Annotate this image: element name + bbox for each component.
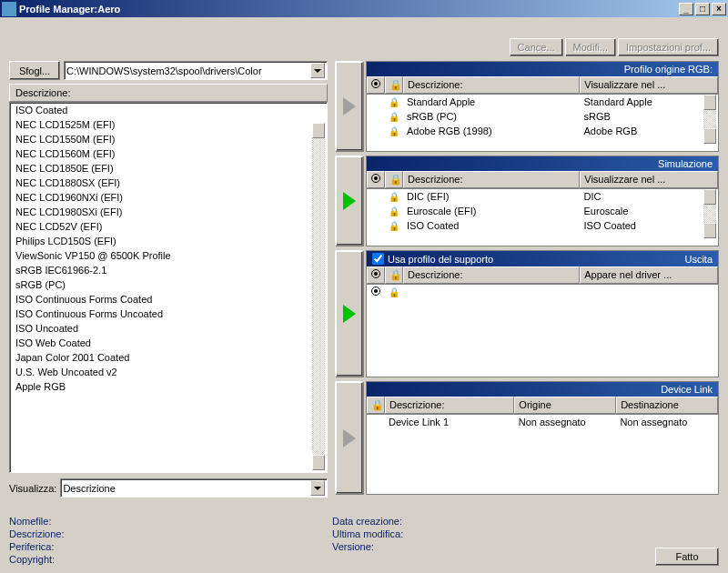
use-support-profile-checkbox[interactable]: [372, 253, 384, 265]
table-row[interactable]: 🔒ISO CoatedISO Coated: [367, 218, 718, 233]
list-item[interactable]: ViewSonic VP150 @ 6500K Profile: [10, 248, 327, 263]
desc-header[interactable]: Descrizione:: [403, 76, 580, 94]
table-row[interactable]: 🔒Adobe RGB (1998)Adobe RGB: [367, 124, 718, 138]
arrow-right-icon: [343, 429, 356, 447]
rgb-section-title: Profilo origine RGB:: [367, 62, 718, 76]
footer: Nomefile: Descrizione: Periferica: Copyr…: [9, 515, 719, 566]
list-item[interactable]: NEC LCD1550M (EFI): [10, 132, 327, 146]
desc-label: Descrizione:: [9, 528, 332, 540]
output-section-title: Usa profilo del supporto Uscita: [367, 251, 718, 266]
desc-header[interactable]: Descrizione:: [403, 171, 580, 188]
list-item[interactable]: NEC LCD1960NXi (EFI): [10, 190, 327, 205]
lock-icon: 🔒: [385, 126, 403, 137]
list-item[interactable]: NEC LCD1980SXi (EFI): [10, 205, 327, 219]
list-item[interactable]: NEC LCD1850E (EFI): [10, 161, 327, 176]
list-item[interactable]: Apple RGB: [10, 379, 327, 394]
target-icon: [371, 269, 380, 278]
checkbox-label: Usa profilo del supporto: [388, 254, 684, 265]
dest-header[interactable]: Destinazione: [616, 397, 718, 414]
modified-label: Ultima modifica:: [332, 528, 655, 540]
titlebar: Profile Manager:Aero _ □ ×: [0, 0, 728, 17]
chevron-down-icon[interactable]: [310, 480, 325, 496]
list-item[interactable]: ISO Uncoated: [10, 321, 327, 336]
desc-header[interactable]: Descrizione:: [403, 266, 580, 284]
target-icon: [371, 286, 380, 296]
list-item[interactable]: ISO Web Coated: [10, 336, 327, 350]
filename-label: Nomefile:: [9, 515, 332, 528]
lock-header: 🔒: [367, 397, 385, 414]
chevron-down-icon[interactable]: [310, 63, 325, 78]
window-title: Profile Manager:Aero: [19, 4, 679, 15]
lock-icon: 🔒: [385, 111, 403, 123]
view-value: Descrizione: [63, 483, 310, 494]
lock-icon: 🔒: [385, 96, 403, 108]
list-item[interactable]: Philips LCD150S (EFI): [10, 234, 327, 248]
target-icon: [371, 79, 380, 88]
visual-header[interactable]: Visualizzare nel ...: [580, 76, 718, 94]
left-panel: Sfogl... C:\WINDOWS\system32\spool\drive…: [9, 61, 328, 523]
app-icon: [2, 2, 16, 16]
add-rgb-button[interactable]: [335, 61, 364, 152]
target-icon: [371, 174, 380, 183]
profile-listbox[interactable]: ISO CoatedNEC LCD1525M (EFI)NEC LCD1550M…: [9, 102, 328, 473]
add-output-button[interactable]: [335, 250, 364, 377]
table-row[interactable]: Device Link 1Non assegnatoNon assegnato: [367, 415, 718, 429]
desc-header[interactable]: Descrizione:: [385, 397, 514, 414]
devlink-section-title: Device Link: [367, 382, 718, 397]
lock-icon: 🔒: [385, 220, 403, 232]
path-combo[interactable]: C:\WINDOWS\system32\spool\drivers\Color: [64, 61, 328, 80]
path-value: C:\WINDOWS\system32\spool\drivers\Color: [66, 65, 310, 76]
list-item[interactable]: sRGB (PC): [10, 277, 327, 292]
list-item[interactable]: Japan Color 2001 Coated: [10, 350, 327, 365]
appear-header[interactable]: Appare nel driver ...: [580, 266, 718, 284]
add-sim-button[interactable]: [335, 156, 364, 246]
scrollbar[interactable]: [703, 95, 716, 144]
browse-button[interactable]: Sfogl...: [9, 61, 60, 80]
lock-header: 🔒: [385, 76, 403, 94]
list-item[interactable]: NEC LCD1880SX (EFI): [10, 176, 327, 190]
scrollbar[interactable]: [312, 123, 325, 470]
copyright-label: Copyright:: [9, 553, 332, 566]
add-devlink-button[interactable]: [335, 381, 364, 495]
profile-settings-button[interactable]: Impostazioni prof...: [618, 38, 719, 56]
table-row[interactable]: 🔒Euroscale (EFI)Euroscale: [367, 204, 718, 218]
sim-section-title: Simulazione: [367, 156, 718, 171]
lock-icon: 🔒: [385, 191, 403, 203]
list-item[interactable]: NEC LCD1525M (EFI): [10, 117, 327, 132]
done-button[interactable]: Fatto: [655, 548, 719, 566]
arrow-right-icon: [343, 97, 356, 116]
cancel-button[interactable]: Cance...: [510, 38, 563, 56]
modify-button[interactable]: Modifi...: [565, 38, 617, 56]
lock-icon: 🔒: [385, 286, 403, 298]
list-item[interactable]: ISO Coated: [10, 103, 327, 117]
table-row[interactable]: 🔒DIC (EFI)DIC: [367, 189, 718, 204]
created-label: Data creazione:: [332, 515, 655, 528]
arrow-right-icon: [343, 305, 356, 323]
version-label: Versione:: [332, 540, 655, 553]
device-label: Periferica:: [9, 540, 332, 553]
view-label: Visualizza:: [9, 483, 56, 494]
origin-header[interactable]: Origine: [514, 397, 616, 414]
visual-header[interactable]: Visualizzare nel ...: [580, 171, 718, 188]
table-row[interactable]: 🔒: [367, 285, 718, 299]
scrollbar[interactable]: [703, 189, 716, 238]
lock-header: 🔒: [385, 266, 403, 284]
list-item[interactable]: ISO Continuous Forms Coated: [10, 292, 327, 307]
view-combo[interactable]: Descrizione: [60, 478, 328, 498]
list-item[interactable]: U.S. Web Uncoated v2: [10, 365, 327, 379]
table-row[interactable]: 🔒sRGB (PC)sRGB: [367, 109, 718, 124]
list-item[interactable]: ISO Continuous Forms Uncoated: [10, 307, 327, 321]
arrow-right-icon: [343, 192, 356, 210]
list-header[interactable]: Descrizione:: [9, 84, 328, 102]
list-item[interactable]: sRGB IEC61966-2.1: [10, 263, 327, 277]
table-row[interactable]: 🔒Standard AppleStandard Apple: [367, 95, 718, 109]
maximize-button[interactable]: □: [695, 3, 710, 15]
close-button[interactable]: ×: [712, 3, 726, 15]
list-item[interactable]: NEC LCD52V (EFI): [10, 219, 327, 234]
minimize-button[interactable]: _: [679, 3, 693, 15]
list-item[interactable]: NEC LCD1560M (EFI): [10, 146, 327, 161]
top-toolbar: Cance... Modifi... Impostazioni prof...: [510, 38, 719, 56]
lock-header: 🔒: [385, 171, 403, 188]
lock-icon: 🔒: [385, 206, 403, 217]
